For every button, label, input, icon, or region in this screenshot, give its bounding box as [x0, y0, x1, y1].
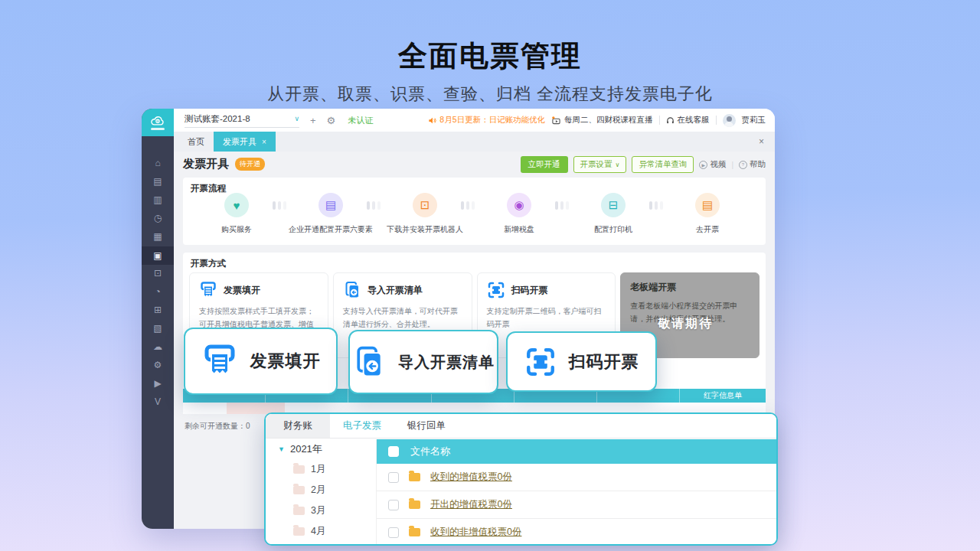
speaker-icon [428, 116, 436, 125]
tab-invoice-active[interactable]: 发票开具 × [214, 132, 276, 152]
column-file-name: 文件名称 [410, 445, 450, 458]
sidebar-item-fund[interactable]: ◷ [142, 210, 174, 227]
tab-finance-ledger[interactable]: 财务账 [266, 414, 330, 438]
receipt-icon: ▤ [702, 198, 713, 212]
chevron-down-icon: ∨ [616, 161, 620, 168]
step-configure-printer[interactable]: ⊟ 配置打印机 [567, 193, 659, 235]
tab-e-invoice[interactable]: 电子发票 [330, 414, 394, 438]
sidebar-item-asset[interactable]: ◔ [142, 283, 174, 300]
coming-soon-watermark: 敬请期待 [658, 316, 713, 332]
qr-scan-icon [524, 346, 557, 378]
announcement[interactable]: 8月5日更新：日记账功能优化 [428, 115, 545, 126]
folder-tree: ▼ 2021年 1月 2月 3月 4月 [266, 439, 377, 544]
row-checkbox[interactable] [388, 500, 399, 510]
tree-year-node[interactable]: ▼ 2021年 [266, 439, 376, 459]
overlay-card-scan[interactable]: 扫码开票 [506, 331, 657, 392]
sidebar-item-statement[interactable]: ▧ [142, 320, 174, 337]
method-desc: 支持导入代开票清单，可对代开票清单进行拆分、合并处理。 [343, 305, 462, 331]
step-label: 去开票 [662, 224, 753, 235]
account-settings-icon[interactable]: ⚙ [327, 115, 336, 126]
row-checkbox[interactable] [388, 527, 399, 538]
import-list-icon [352, 345, 386, 379]
file-link[interactable]: 开出的增值税票0份 [430, 498, 512, 511]
tree-month-node[interactable]: 4月 [266, 521, 376, 542]
sidebar-item-video[interactable]: ▶ [142, 375, 174, 392]
step-label: 新增税盘 [473, 224, 565, 235]
close-icon[interactable]: × [759, 136, 764, 147]
sidebar-item-home[interactable]: ⌂ [142, 155, 174, 171]
live-text: 每周二、四财税课程直播 [564, 115, 653, 126]
home-icon: ⌂ [155, 158, 160, 168]
activate-button[interactable]: 立即开通 [521, 156, 568, 173]
auth-status[interactable]: 未认证 [348, 115, 373, 126]
abnormal-query-button[interactable]: 异常清单查询 [632, 156, 694, 173]
account-selector[interactable]: 测试账套-2021-8 ∨ [185, 113, 299, 128]
step-arrow-icon [555, 201, 569, 210]
table-row[interactable]: 收到的非增值税票0份 [377, 519, 776, 546]
file-link[interactable]: 收到的增值税票0份 [430, 471, 512, 484]
row-checkbox[interactable] [388, 472, 399, 483]
month-label: 2月 [311, 484, 325, 497]
sidebar-item-checkout[interactable]: ⊞ [142, 302, 174, 318]
step-install-robot[interactable]: ⊡ 下载并安装开票机器人 [379, 193, 471, 235]
folder-icon [293, 486, 305, 494]
select-all-checkbox[interactable] [388, 446, 399, 457]
tree-month-node[interactable]: 3月 [266, 500, 376, 521]
online-support-link[interactable]: 在线客服 [666, 115, 710, 126]
step-add-tax-disk[interactable]: ◉ 新增税盘 [473, 193, 565, 235]
folder-icon [293, 507, 305, 515]
help-label: 帮助 [750, 159, 766, 170]
tree-month-node[interactable]: 2月 [266, 480, 376, 500]
sidebar-item-backup[interactable]: ☁ [142, 338, 174, 355]
support-text: 在线客服 [678, 115, 710, 126]
sidebar-item-ledger[interactable]: ▦ [142, 228, 174, 245]
logo-caption [151, 128, 165, 130]
table-row[interactable]: 收到的增值税票0份 [377, 464, 776, 491]
overlay-card-import[interactable]: 导入开票清单 [348, 330, 498, 394]
sidebar-item-report[interactable]: ▥ [142, 191, 174, 208]
tab-bank-receipt[interactable]: 银行回单 [394, 414, 459, 438]
invoice-settings-button[interactable]: 开票设置 ∨ [573, 156, 627, 173]
month-label: 1月 [311, 463, 325, 476]
sidebar-item-salary[interactable]: ⊡ [142, 265, 174, 282]
status-badge: 待开通 [235, 158, 265, 171]
chevron-down-icon: ∨ [294, 115, 299, 122]
table-row[interactable]: 开出的增值税票0份 [377, 491, 776, 519]
live-course-link[interactable]: 每周二、四财税课程直播 [551, 115, 653, 126]
sidebar-item-settings[interactable]: ⚙ [142, 357, 174, 373]
ledger-icon: ▦ [153, 231, 162, 242]
strip-column-red-letter[interactable]: 红字信息单 [680, 389, 766, 403]
video-help-link[interactable]: ▶ 视频 [699, 159, 726, 170]
help-link[interactable]: ? 帮助 [739, 159, 766, 170]
tree-month-node[interactable]: 1月 [266, 459, 376, 480]
sidebar-item-version[interactable]: V [142, 393, 174, 410]
method-title: 发票填开 [224, 284, 260, 297]
divider [716, 116, 717, 125]
question-circle-icon: ? [739, 161, 747, 169]
step-arrow-icon [649, 201, 663, 210]
sidebar-item-voucher[interactable]: ▤ [142, 173, 174, 190]
avatar[interactable] [723, 114, 736, 127]
step-label: 购买服务 [191, 224, 283, 235]
tab-close-icon[interactable]: × [262, 138, 266, 146]
tab-home[interactable]: 首页 [178, 132, 214, 152]
checkout-icon: ⊞ [154, 305, 162, 315]
triangle-down-icon: ▼ [278, 445, 285, 453]
add-account-button[interactable]: + [310, 115, 316, 126]
version-icon: V [155, 396, 161, 407]
overlay-card-fill[interactable]: 发票填开 [184, 328, 338, 395]
headset-icon [666, 116, 675, 125]
method-title: 导入开票清单 [368, 284, 423, 297]
step-configure[interactable]: ▤ 企业开通配置开票六要素 [285, 193, 377, 235]
step-go-invoice[interactable]: ▤ 去开票 [662, 193, 753, 235]
file-link[interactable]: 收到的非增值税票0份 [430, 526, 521, 539]
folder-icon [409, 528, 420, 536]
promo-canvas: 全面电票管理 从开票、取票、识票、查验、归档 全流程支持发票电子化 ⌂ ▤ ▥ … [0, 0, 980, 551]
printer-icon: ⊟ [609, 198, 619, 212]
sidebar-item-invoice[interactable]: ▣ [142, 246, 174, 265]
file-table-header: 文件名称 [377, 439, 776, 464]
year-label: 2021年 [290, 442, 322, 456]
step-buy-service[interactable]: ♥ 购买服务 [191, 193, 283, 235]
app-logo[interactable] [142, 109, 174, 136]
robot-icon: ⊡ [420, 198, 430, 212]
